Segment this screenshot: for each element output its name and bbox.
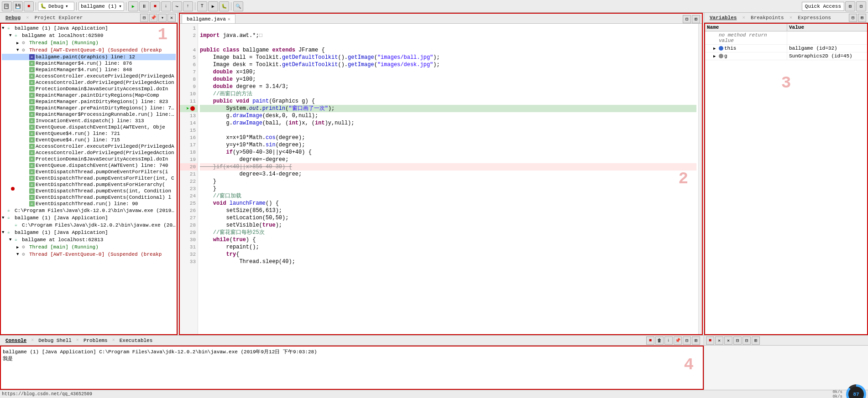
- tree-item-edt-pump1[interactable]: ≡ EventDispatchThread.pumpOneEventForFil…: [2, 169, 176, 175]
- step-into-button[interactable]: ↓: [161, 1, 171, 11]
- br-btn6[interactable]: ⊞: [752, 336, 760, 345]
- tree-item-1[interactable]: ▼ ☕ ballgame at localhost:62580: [2, 32, 176, 39]
- tree-item-rmpre[interactable]: ≡ RepaintManager.prePaintDirtyRegions() …: [2, 105, 176, 111]
- content-area: Debug × Project Explorer ⊟ 📌 ▾ ✕ 1 ▼ ☕ b…: [0, 13, 868, 335]
- tree-item-ie[interactable]: ≡ InvocationEvent.dispatch() line: 313: [2, 118, 176, 124]
- tab-expressions[interactable]: Expressions: [794, 14, 835, 21]
- tree-item-bg3-host[interactable]: ▼ ☕ ballgame at localhost:62813: [2, 236, 176, 243]
- collapse-all-button[interactable]: ⊟: [140, 14, 148, 22]
- tree-item-paint[interactable]: ≡ ballgame.paint(Graphics) line: 12: [2, 54, 176, 60]
- console-max[interactable]: ⊞: [692, 336, 700, 345]
- br-btn4[interactable]: ⊟: [733, 336, 742, 345]
- tree-item-ac-do[interactable]: ≡ AccessController.doPrivileged(Privileg…: [2, 79, 176, 86]
- br-btn5[interactable]: ⊟: [743, 336, 751, 345]
- tab-console[interactable]: Console: [2, 337, 30, 344]
- var-btn1[interactable]: ⊟: [849, 14, 857, 22]
- tree-item-ac-do2[interactable]: ≡ AccessController.doPrivileged(Privileg…: [2, 150, 176, 156]
- tree-item-pd[interactable]: ≡ ProtectionDomain$JavaSecurityAccessImp…: [2, 86, 176, 92]
- tree-item-edt-pump5[interactable]: ≡ EventDispatchThread.pumpEvents(Conditi…: [2, 194, 176, 201]
- tree-item-eq[interactable]: ≡ EventQueue.dispatchEventImpl(AWTEvent,…: [2, 124, 176, 130]
- resume-button[interactable]: ▶: [128, 1, 138, 11]
- io-rate-2: 0k/s: [832, 394, 842, 398]
- tab-problems[interactable]: Problems: [80, 337, 111, 344]
- tree-item-rm4-848[interactable]: ≡ RepaintManager$4.run() line: 848: [2, 67, 176, 73]
- stack-icon-edt-run: ≡: [29, 201, 35, 207]
- tree-item-ballgame2[interactable]: ▼ ☕ ballgame (1) [Java Application]: [2, 214, 176, 222]
- tree-item-eq-de[interactable]: ≡ EventQueue.dispatchEvent(AWTEvent) lin…: [2, 162, 176, 169]
- tab-project-explorer[interactable]: Project Explorer: [31, 14, 87, 21]
- tree-item-ballgame3[interactable]: ▼ ☕ ballgame (1) [Java Application]: [2, 229, 176, 236]
- console-min[interactable]: ⊟: [683, 336, 691, 345]
- sep3: [126, 2, 126, 10]
- speed-widget: 87: [846, 384, 866, 398]
- maximize-button[interactable]: ⊞: [845, 1, 855, 11]
- tree-item-0[interactable]: ▼ ☕ ballgame (1) [Java Application]: [2, 25, 176, 32]
- console-pin[interactable]: 📌: [674, 336, 682, 345]
- tree-item-javaw2[interactable]: ☕ C:\Program Files\Java\jdk-12.0.2\bin\j…: [2, 222, 176, 229]
- tree-item-javaw1[interactable]: ☕ C:\Program Files\Java\jdk-12.0.2\bin\j…: [2, 207, 176, 214]
- panel-close-button[interactable]: ✕: [167, 14, 176, 22]
- tree-item-rmpr[interactable]: ≡ RepaintManager$ProcessingRunnable.run(…: [2, 111, 176, 118]
- tree-item-main-running[interactable]: ▶ ⚙ Thread [main] (Running): [2, 39, 176, 47]
- debug-label: Debug: [48, 4, 63, 9]
- minimize-button[interactable]: ⊟: [856, 1, 866, 11]
- new-button[interactable]: [2, 1, 12, 11]
- tree-item-rpd[interactable]: ≡ RepaintManager.paintDirtyRegions(Map<C…: [2, 92, 176, 98]
- debug-config-button[interactable]: 🐛: [219, 1, 229, 11]
- tab-variables[interactable]: Variables: [706, 14, 740, 21]
- quick-access-box[interactable]: Quick Access: [802, 2, 844, 11]
- stack-icon-ie: ≡: [29, 118, 35, 124]
- tree-item-eq4-715[interactable]: ≡ EventQueue$4.run() line: 715: [2, 137, 176, 143]
- tree-item-edt-pump3[interactable]: ≡ EventDispatchThread.pumpEventsForHiera…: [2, 181, 176, 188]
- br-btn3[interactable]: ✕: [724, 336, 732, 345]
- tree-item-ac2[interactable]: ≡ AccessController.executePrivileged(Pri…: [2, 143, 176, 150]
- tree-item-edt-run[interactable]: ≡ EventDispatchThread.run() line: 90: [2, 201, 176, 207]
- tree-item-pd2[interactable]: ≡ ProtectionDomain$JavaSecurityAccessImp…: [2, 156, 176, 162]
- stack-icon-eq4-715: ≡: [29, 137, 35, 143]
- console-scroll[interactable]: ↓: [664, 336, 673, 345]
- run-dropdown[interactable]: ballgame (1) ▾: [78, 2, 124, 11]
- tree-item-main3[interactable]: ▶ ⚙ Thread [main] (Running): [2, 243, 176, 251]
- console-stop[interactable]: ■: [646, 336, 654, 345]
- stop-button[interactable]: ■: [24, 1, 34, 11]
- var-btn2[interactable]: ⊞: [858, 14, 866, 22]
- debug-dropdown[interactable]: 🐛 Debug ▾: [38, 2, 74, 11]
- step-over-button[interactable]: ↪: [172, 1, 182, 11]
- tab-debug-shell[interactable]: Debug Shell: [35, 337, 75, 344]
- open-type-button[interactable]: T: [197, 1, 207, 11]
- tree-item-rpd2[interactable]: ≡ RepaintManager.paintDirtyRegions() lin…: [2, 98, 176, 105]
- code-line-5: Image ball = Toolkit. getDefaultToolkit …: [200, 54, 696, 61]
- code-line-13: g. drawImage (desk,0, 0,null);: [200, 112, 696, 119]
- var-row-g[interactable]: ▶ g SunGraphics2D (id=45): [705, 52, 867, 60]
- terminate-button[interactable]: ■: [150, 1, 160, 11]
- step-return-button[interactable]: ↑: [183, 1, 193, 11]
- editor-tab-ballgame[interactable]: ballgame.java ✕: [182, 14, 235, 23]
- tab-executables[interactable]: Executables: [116, 337, 157, 344]
- tree-item-awt3[interactable]: ▼ ⚙ Thread [AWT-EventQueue-0] (Suspended…: [2, 251, 176, 258]
- code-line-24: //窗口加载: [200, 192, 696, 200]
- pin-button[interactable]: 📌: [149, 14, 157, 22]
- console-clear[interactable]: 🗑: [655, 336, 664, 345]
- tab-debug[interactable]: Debug: [2, 14, 24, 21]
- tree-item-edt-pump2[interactable]: ≡ EventDispatchThread.pumpEventsForFilte…: [2, 175, 176, 181]
- tree-item-awt[interactable]: ▼ ⚙ Thread [AWT-EventQueue-0] (Suspended…: [2, 47, 176, 54]
- tree-item-edt-pump4[interactable]: ≡ EventDispatchThread.pumpEvents(int, Co…: [2, 188, 176, 194]
- editor-max-button[interactable]: ⊞: [692, 15, 700, 23]
- editor-scrollbar[interactable]: [698, 24, 702, 334]
- br-btn2[interactable]: ✕: [715, 336, 723, 345]
- br-btn1[interactable]: ■: [706, 336, 714, 345]
- tree-item-rm4-876[interactable]: ≡ RepaintManager$4.run() line: 876: [2, 60, 176, 67]
- run-config-button[interactable]: ▶: [208, 1, 218, 11]
- code-content[interactable]: 2 import java.awt.*; □ public class ball…: [198, 24, 698, 334]
- editor-min-button[interactable]: ⊟: [683, 15, 691, 23]
- search-button[interactable]: 🔍: [233, 1, 243, 11]
- tree-item-eq4-721[interactable]: ≡ EventQueue$4.run() line: 721: [2, 130, 176, 137]
- close-tab-icon[interactable]: ✕: [228, 16, 230, 22]
- tab-breakpoints[interactable]: Breakpoints: [747, 14, 788, 21]
- panel-menu-button[interactable]: ▾: [158, 14, 167, 22]
- tree-item-ac-exec[interactable]: ≡ AccessController.executePrivileged(Pri…: [2, 73, 176, 79]
- code-line-26: setSize(856,613);: [200, 207, 696, 214]
- save-button[interactable]: 💾: [13, 1, 23, 11]
- var-row-this[interactable]: ▶ this ballgame (id=32): [705, 45, 867, 52]
- suspend-button[interactable]: ⏸: [139, 1, 149, 11]
